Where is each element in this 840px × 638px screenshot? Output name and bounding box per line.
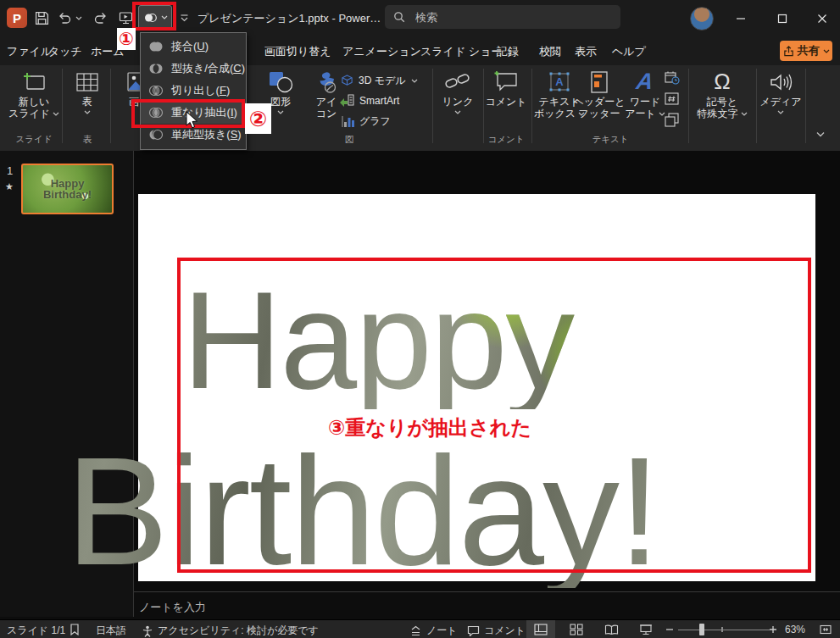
header-footer-button[interactable]: ヘッダーと フッター [580, 68, 619, 119]
undo-button[interactable] [55, 8, 74, 27]
zoom-slider-handle[interactable] [699, 624, 704, 635]
wordart-button[interactable]: A ワード アート [624, 68, 666, 119]
tab-touch[interactable]: タッチ [48, 44, 82, 59]
icons-label-1: アイ [316, 96, 337, 108]
date-time-button[interactable] [665, 71, 680, 86]
search-input[interactable] [414, 10, 578, 25]
collapse-ribbon-button[interactable] [815, 131, 826, 138]
reading-view-button[interactable] [597, 620, 626, 638]
menu-item-label: 単純型抜き(S) [171, 127, 242, 142]
slide-counter[interactable]: スライド 1/1 [7, 624, 65, 638]
slide-thumbnail[interactable]: Happy Birthday! [21, 164, 114, 214]
start-slideshow-icon [119, 11, 133, 25]
textbox-label-2: ボックス [534, 108, 576, 119]
wordart-label-2: アート [625, 108, 656, 119]
notes-toggle-button[interactable]: ノート [409, 624, 458, 638]
zoom-in-button[interactable] [766, 620, 780, 638]
undo-dropdown-chevron-icon[interactable] [74, 8, 84, 27]
media-button[interactable]: メディア [759, 68, 802, 114]
wordart-icon: A [635, 68, 655, 96]
zoom-level[interactable]: 63% [785, 624, 805, 635]
tab-review[interactable]: 校閲 [539, 44, 561, 59]
table-chevron-icon [84, 110, 91, 114]
symbols-label-1: 記号と [707, 96, 737, 108]
close-button[interactable] [805, 7, 839, 31]
slide-number-button[interactable] [665, 92, 680, 106]
table-icon [75, 68, 99, 96]
table-button[interactable]: 表 [68, 68, 107, 114]
new-slide-button[interactable]: 新しい スライド [8, 68, 59, 119]
tab-slideshow[interactable]: スライド ショー [420, 44, 502, 59]
status-bar: スライド 1/1 日本語 アクセシビリティ: 検討が必要です ノート コメント [0, 619, 840, 638]
save-button[interactable] [32, 8, 51, 27]
ribbon-group-separator [62, 69, 63, 143]
tab-file[interactable]: ファイル [7, 44, 52, 59]
media-chevron-icon [777, 110, 784, 114]
search-box[interactable] [385, 5, 620, 29]
notes-pane[interactable]: ノートを入力 [134, 591, 840, 620]
menu-item-label: 接合(U) [171, 39, 209, 54]
search-icon [393, 11, 405, 23]
tab-view[interactable]: 表示 [575, 44, 597, 59]
powerpoint-logo-icon: P [7, 8, 27, 28]
link-button[interactable]: リンク [436, 68, 480, 114]
group-label-table: 表 [68, 134, 107, 146]
comment-label: コメント [485, 96, 526, 108]
redo-button[interactable] [92, 8, 110, 27]
tab-animations[interactable]: アニメーション [342, 44, 421, 59]
union-icon [148, 41, 164, 53]
zoom-out-minus-icon [665, 625, 674, 634]
comment-button[interactable]: コメント [487, 68, 526, 108]
menu-item-union[interactable]: 接合(U) [141, 36, 246, 58]
3d-model-button[interactable]: 3D モデル [341, 74, 418, 88]
tab-transitions[interactable]: 画面切り替え [264, 44, 331, 59]
spell-check-button[interactable] [70, 624, 80, 635]
maximize-icon [777, 14, 787, 24]
notes-toggle-label: ノート [426, 624, 458, 638]
icons-duck-icon [314, 68, 339, 96]
textbox-button[interactable]: A テキスト ボックス [537, 68, 581, 119]
fit-slide-to-window-button[interactable] [811, 620, 840, 638]
chart-label: グラフ [359, 114, 391, 129]
accessibility-label: アクセシビリティ: 検討が必要です [158, 624, 319, 638]
slide-sorter-view-button[interactable] [562, 620, 591, 638]
omega-icon: Ω [714, 68, 730, 96]
tab-record[interactable]: 記録 [497, 44, 519, 59]
fragment-icon [148, 85, 164, 97]
chart-button[interactable]: グラフ [341, 114, 391, 129]
close-icon [817, 14, 827, 24]
menu-item-combine[interactable]: 型抜き/合成(C) [141, 58, 246, 80]
accessibility-status[interactable]: アクセシビリティ: 検討が必要です [142, 624, 319, 638]
symbols-button[interactable]: Ω 記号と 特殊文字 [693, 68, 751, 119]
maximize-button[interactable] [765, 7, 799, 31]
collapse-ribbon-chevron-icon [815, 131, 826, 138]
header-footer-icon [588, 68, 610, 96]
comments-toggle-button[interactable]: コメント [467, 624, 526, 638]
menu-item-label: 型抜き/合成(C) [171, 61, 245, 76]
user-avatar[interactable] [690, 7, 714, 31]
notes-placeholder: ノートを入力 [139, 600, 206, 615]
symbols-label-2: 特殊文字 [698, 108, 738, 119]
ribbon: 新しい スライド 表 [0, 65, 840, 152]
textbox-icon: A [547, 68, 572, 96]
menu-item-label: 切り出し(F) [171, 83, 230, 98]
zoom-slider-track[interactable] [678, 630, 770, 631]
3d-model-icon [341, 75, 353, 87]
link-chevron-icon [454, 110, 461, 114]
link-icon [444, 68, 471, 96]
reading-view-icon [604, 624, 619, 635]
normal-view-button[interactable] [526, 620, 555, 638]
tab-help[interactable]: ヘルプ [612, 44, 646, 59]
zoom-out-button[interactable] [663, 620, 676, 638]
shapes-chevron-icon [277, 110, 284, 114]
comment-icon [493, 68, 519, 96]
insert-object-button[interactable] [665, 113, 680, 127]
header-footer-label-2: フッター [579, 108, 620, 119]
minimize-button[interactable] [724, 7, 758, 31]
share-button[interactable]: 共有 [780, 41, 832, 61]
smartart-button[interactable]: SmartArt [339, 94, 399, 107]
insert-object-icon [665, 113, 680, 127]
language-indicator[interactable]: 日本語 [96, 624, 126, 638]
customize-qat-button[interactable] [175, 8, 193, 27]
slideshow-view-button[interactable] [631, 620, 660, 638]
